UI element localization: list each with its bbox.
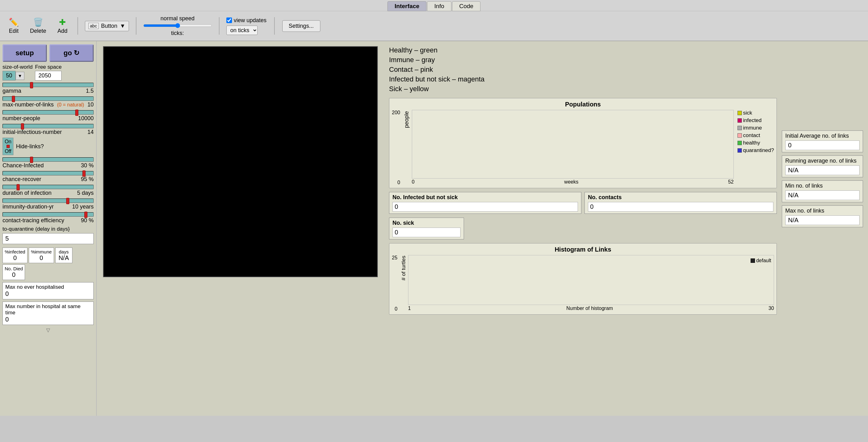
no-infected-not-sick-label: No. Infected but not sick: [393, 194, 578, 201]
pct-infected-label: %infected: [5, 249, 25, 254]
immunity-duration-value: 10 years: [72, 203, 94, 210]
toggle-off-label: Off: [5, 148, 11, 154]
days-value: N/A: [58, 254, 69, 261]
duration-infection-value: 5 days: [77, 190, 94, 196]
hide-links-label: Hide-links?: [16, 143, 44, 150]
legend-sick: Sick – yellow: [389, 85, 777, 93]
chance-recover-thumb[interactable]: [83, 170, 86, 177]
gamma-label: gamma: [2, 88, 21, 94]
max-links-value: N/A: [785, 215, 860, 225]
duration-infection-thumb[interactable]: [17, 184, 20, 190]
dropdown-label: Button: [101, 23, 117, 29]
max-same-time-label: Max number in hospital at same time: [5, 304, 91, 316]
legend-infected-item: infected: [743, 117, 762, 124]
speed-label: normal speed: [160, 15, 194, 22]
delete-button[interactable]: 🗑️ Delete: [27, 16, 49, 36]
chance-infected-label: Chance-Infected: [2, 162, 44, 169]
tab-info[interactable]: Info: [427, 1, 452, 11]
delete-icon: 🗑️: [33, 18, 43, 27]
chance-recover-value: 95 %: [81, 176, 94, 183]
free-space-label: Free space: [35, 64, 62, 70]
max-links-thumb[interactable]: [12, 96, 15, 102]
pct-infected-value: 0: [13, 254, 17, 261]
histogram-chart: Histogram of Links 25 0 # of turtles: [389, 243, 777, 315]
chart-y-min: 0: [392, 180, 400, 185]
toggle-on-label: On: [5, 138, 11, 145]
histogram-canvas: default: [408, 255, 774, 305]
scroll-indicator: ▽: [2, 327, 94, 333]
max-same-time-value: 0: [5, 316, 91, 323]
min-links-label: Min no. of links: [785, 183, 860, 189]
go-label: go: [64, 49, 72, 57]
edit-icon: ✏️: [9, 18, 19, 27]
size-world-dropdown[interactable]: ▼: [16, 72, 24, 80]
on-ticks-dropdown[interactable]: on ticks: [226, 26, 257, 35]
no-contacts-value: 0: [588, 202, 773, 212]
add-label: Add: [57, 28, 67, 34]
legend-quarantined-item: quarantined?: [743, 147, 774, 154]
number-people-value: 10000: [78, 115, 94, 122]
chance-infected-value: 30 %: [81, 162, 94, 169]
no-contacts-label: No. contacts: [588, 194, 773, 201]
max-links-label: max-number-of-links: [2, 101, 54, 108]
no-sick-box: No. sick 0: [389, 218, 464, 240]
max-hospitalised-value: 0: [5, 290, 91, 297]
initial-infectious-thumb[interactable]: [21, 123, 24, 130]
max-links-box: Max no. of links N/A: [782, 206, 863, 227]
delete-label: Delete: [30, 28, 46, 34]
hist-y-label: # of turtles: [401, 256, 406, 280]
gamma-value: 1.5: [86, 88, 94, 94]
running-avg-value: N/A: [785, 165, 860, 175]
number-people-thumb[interactable]: [75, 109, 79, 116]
chance-infected-thumb[interactable]: [30, 157, 33, 163]
add-button[interactable]: ✚ Add: [54, 16, 70, 36]
hide-links-toggle[interactable]: On Off: [2, 138, 13, 155]
gamma-thumb[interactable]: [30, 82, 33, 88]
hist-x-min: 1: [408, 306, 411, 311]
hist-x-label: Number of histogram: [566, 306, 613, 311]
populations-chart-title: Populations: [392, 101, 774, 108]
tab-interface[interactable]: Interface: [388, 1, 427, 11]
pct-immune-label: %immune: [31, 249, 52, 254]
chart-y-max: 200: [392, 110, 400, 116]
min-links-value: N/A: [785, 190, 860, 200]
edit-label: Edit: [9, 28, 19, 34]
running-avg-label: Running average no. of links: [785, 158, 860, 164]
settings-button[interactable]: Settings...: [282, 20, 320, 32]
tab-code[interactable]: Code: [452, 1, 480, 11]
refresh-icon: ↻: [74, 49, 79, 57]
populations-chart: Populations 200 0 people: [389, 98, 777, 188]
view-updates-label: view updates: [234, 17, 267, 24]
immunity-duration-thumb[interactable]: [66, 198, 69, 204]
no-contacts-box: No. contacts 0: [585, 192, 777, 214]
contact-tracing-thumb[interactable]: [84, 212, 87, 218]
immunity-duration-label: immunity-duration-yr: [2, 203, 54, 210]
chart-x-max: 52: [728, 179, 734, 185]
legend-healthy-item: healthy: [743, 140, 760, 146]
pct-immune-value: 0: [40, 254, 43, 261]
go-button[interactable]: go ↻: [49, 44, 94, 62]
abc-icon: abc: [88, 23, 99, 29]
chart-canvas: [412, 110, 734, 179]
legend-contact-item: contact: [743, 132, 760, 138]
legend-contact: Contact – pink: [389, 66, 777, 74]
speed-slider[interactable]: [143, 23, 212, 28]
simulation-view: [103, 46, 378, 277]
no-infected-not-sick-value: 0: [393, 202, 578, 212]
hist-x-max: 30: [768, 306, 774, 311]
max-links-note: (0 = natural): [57, 102, 84, 108]
duration-infection-label: duration of infection: [2, 190, 52, 196]
view-updates-checkbox[interactable]: [226, 18, 232, 23]
setup-button[interactable]: setup: [2, 44, 47, 62]
chart-x-min: 0: [412, 179, 415, 185]
number-people-label: number-people: [2, 115, 40, 122]
no-sick-value: 0: [393, 227, 461, 237]
initial-avg-links-label: Initial Average no. of links: [785, 133, 860, 139]
free-space-value: 2050: [35, 71, 62, 81]
toggle-indicator: [6, 145, 10, 148]
button-dropdown[interactable]: abc Button ▼: [85, 21, 129, 31]
chart-x-label: weeks: [564, 179, 578, 185]
to-quarantine-input[interactable]: [2, 233, 94, 244]
edit-button[interactable]: ✏️ Edit: [6, 16, 22, 36]
chance-recover-label: chance-recover: [2, 176, 41, 183]
